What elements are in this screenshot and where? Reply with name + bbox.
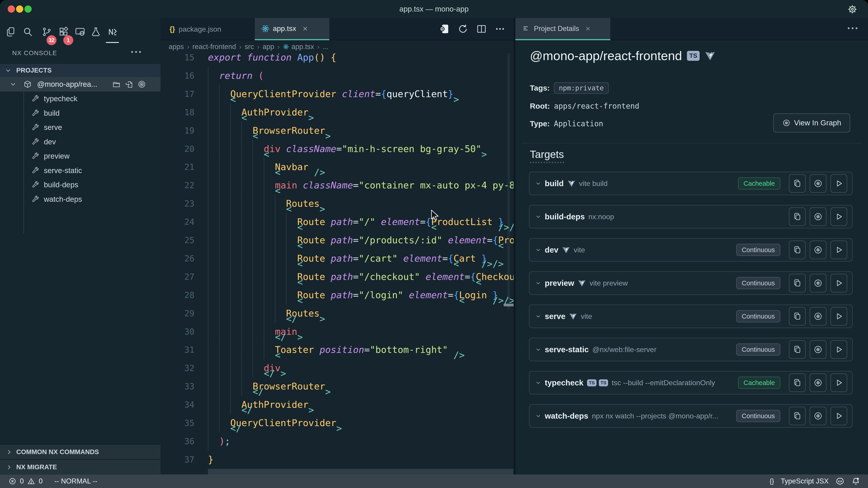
copy-task-button[interactable] xyxy=(789,373,806,392)
sidebar-target-preview[interactable]: preview xyxy=(0,149,160,163)
sidebar-section-nx-migrate[interactable]: NX MIGRATE xyxy=(0,459,160,474)
panel-divider[interactable] xyxy=(514,18,515,475)
sidebar-target-serve-static[interactable]: serve-static xyxy=(0,163,160,178)
editor-horizontal-scrollbar[interactable] xyxy=(504,304,514,306)
copy-task-button[interactable] xyxy=(789,174,806,193)
target-card-build[interactable]: buildvite buildCacheable xyxy=(529,172,852,195)
sidebar-target-build-deps[interactable]: build-deps xyxy=(0,177,160,192)
code-line-18[interactable]: 18 <AuthProvider> xyxy=(160,103,514,122)
code-line-34[interactable]: 34 </AuthProvider> xyxy=(160,396,514,414)
code-line-19[interactable]: 19 <BrowserRouter> xyxy=(160,122,514,140)
sidebar-target-typecheck[interactable]: typecheck xyxy=(0,92,160,106)
sidebar-target-watch-deps[interactable]: watch-deps xyxy=(0,192,160,206)
close-tab-icon[interactable] xyxy=(302,26,308,32)
sidebar-target-build[interactable]: build xyxy=(0,106,160,121)
open-project-details-icon[interactable] xyxy=(439,24,450,34)
sidebar-target-dev[interactable]: dev xyxy=(0,135,160,149)
copy-task-button[interactable] xyxy=(789,274,806,292)
code-line-35[interactable]: 35 </QueryClientProvider> xyxy=(160,414,514,432)
code-line-30[interactable]: 30 </main> xyxy=(160,323,514,341)
sidebar-section-common-nx-commands[interactable]: COMMON NX COMMANDS xyxy=(0,444,160,459)
code-area[interactable]: 15export function App() {16 return (17 <… xyxy=(160,18,514,475)
code-line-26[interactable]: 26 <Route path="/cart" element={<Cart />… xyxy=(160,250,514,268)
settings-gear-icon[interactable] xyxy=(847,4,858,14)
errors-count[interactable]: 0 xyxy=(20,477,24,485)
breadcrumb[interactable]: apps› react-frontend› src› app› app.tsx›… xyxy=(160,40,514,53)
tab-app-tsx[interactable]: app.tsx xyxy=(255,18,329,40)
run-target-button[interactable] xyxy=(831,274,847,292)
panel-more-actions-icon[interactable] xyxy=(847,25,859,32)
notifications-bell-icon[interactable] xyxy=(851,477,860,486)
target-card-serve-static[interactable]: serve-static@nx/web:file-serverContinuou… xyxy=(529,338,852,361)
editor-vertical-scrollbar[interactable] xyxy=(507,43,510,310)
breadcrumb-item[interactable]: apps xyxy=(168,43,184,51)
code-line-21[interactable]: 21 <Navbar /> xyxy=(160,158,514,176)
code-line-28[interactable]: 28 <Route path="/login" element={<Login … xyxy=(160,286,514,304)
run-target-button[interactable] xyxy=(831,240,847,259)
breadcrumb-item[interactable]: app.tsx xyxy=(291,43,314,51)
copilot-icon[interactable] xyxy=(835,477,844,486)
warnings-count[interactable]: 0 xyxy=(39,477,42,485)
code-line-27[interactable]: 27 <Route path="/checkout" element={<Che… xyxy=(160,268,514,286)
view-in-graph-button[interactable] xyxy=(810,274,827,292)
copy-task-button[interactable] xyxy=(789,240,806,259)
run-target-button[interactable] xyxy=(831,307,847,326)
run-target-button[interactable] xyxy=(831,174,847,193)
target-card-typecheck[interactable]: typecheckTSTStsc --build --emitDeclarati… xyxy=(529,371,852,394)
run-target-button[interactable] xyxy=(831,373,847,392)
run-target-button[interactable] xyxy=(831,340,847,359)
code-line-17[interactable]: 17 <QueryClientProvider client={queryCli… xyxy=(160,85,514,103)
view-in-graph-button[interactable] xyxy=(810,207,827,226)
view-in-graph-button[interactable] xyxy=(810,240,827,259)
close-panel-icon[interactable] xyxy=(585,26,591,32)
split-editor-icon[interactable] xyxy=(476,24,487,34)
code-line-36[interactable]: 36 ); xyxy=(160,432,514,451)
chevron-down-icon[interactable] xyxy=(535,380,541,386)
code-line-29[interactable]: 29 </Routes> xyxy=(160,304,514,323)
code-line-22[interactable]: 22 <main className="container mx-auto px… xyxy=(160,176,514,195)
chevron-down-icon[interactable] xyxy=(535,313,541,319)
chevron-down-icon[interactable] xyxy=(535,247,541,253)
chevron-down-icon[interactable] xyxy=(535,347,541,352)
tab-project-details[interactable]: Project Details xyxy=(515,18,610,40)
breadcrumb-item[interactable]: ... xyxy=(322,43,329,51)
run-target-button[interactable] xyxy=(831,407,847,425)
breadcrumb-item[interactable]: app xyxy=(263,43,274,51)
copy-task-button[interactable] xyxy=(789,207,806,226)
code-line-38[interactable]: 38 xyxy=(160,469,514,475)
code-line-32[interactable]: 32 </div> xyxy=(160,359,514,377)
errors-icon[interactable] xyxy=(8,477,16,485)
target-card-build-deps[interactable]: build-depsnx:noop xyxy=(529,205,852,228)
run-target-button[interactable] xyxy=(831,207,847,226)
breadcrumb-item[interactable]: react-frontend xyxy=(192,43,236,51)
chevron-down-icon[interactable] xyxy=(535,181,541,186)
target-card-serve[interactable]: serveviteContinuous xyxy=(529,304,852,328)
refresh-icon[interactable] xyxy=(458,24,468,34)
warnings-icon[interactable] xyxy=(27,477,35,485)
code-line-25[interactable]: 25 <Route path="/products/:id" element={… xyxy=(160,231,514,250)
copy-task-button[interactable] xyxy=(789,407,806,425)
code-line-33[interactable]: 33 </BrowserRouter> xyxy=(160,377,514,396)
chevron-down-icon[interactable] xyxy=(535,413,541,419)
view-in-graph-button[interactable] xyxy=(810,307,827,326)
view-in-graph-button[interactable] xyxy=(810,407,827,425)
language-mode[interactable]: TypeScript JSX xyxy=(781,477,829,485)
copy-task-button[interactable] xyxy=(789,340,806,359)
target-card-dev[interactable]: devviteContinuous xyxy=(529,238,852,262)
view-in-graph-button[interactable] xyxy=(810,340,827,359)
code-line-37[interactable]: 37} xyxy=(160,451,514,469)
code-line-20[interactable]: 20 <div className="min-h-screen bg-gray-… xyxy=(160,140,514,158)
chevron-down-icon[interactable] xyxy=(535,280,541,286)
tab-package-json[interactable]: {} package.json xyxy=(160,18,254,40)
code-line-24[interactable]: 24 <Route path="/" element={<ProductList… xyxy=(160,213,514,231)
view-in-graph-button[interactable] xyxy=(810,373,827,392)
code-line-16[interactable]: 16 return ( xyxy=(160,67,514,85)
target-card-watch-deps[interactable]: watch-depsnpx nx watch --projects @mono-… xyxy=(529,404,852,428)
code-line-23[interactable]: 23 <Routes> xyxy=(160,195,514,213)
code-line-31[interactable]: 31 <Toaster position="bottom-right" /> xyxy=(160,341,514,359)
chevron-down-icon[interactable] xyxy=(535,214,541,220)
view-in-graph-button[interactable] xyxy=(810,174,827,193)
target-card-preview[interactable]: previewvite previewContinuous xyxy=(529,271,852,295)
view-in-graph-button[interactable]: View In Graph xyxy=(773,113,850,132)
copy-task-button[interactable] xyxy=(789,307,806,326)
